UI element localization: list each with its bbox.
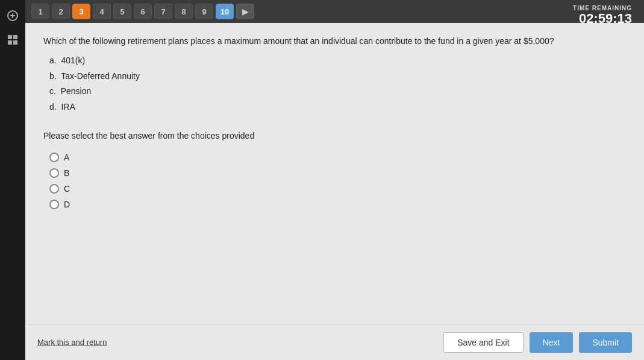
option-c-label: C [64, 184, 70, 194]
nav-btn-5[interactable]: 5 [113, 4, 131, 19]
nav-btn-2[interactable]: 2 [52, 4, 70, 19]
bottom-bar: Mark this and return Save and Exit Next … [25, 324, 644, 360]
option-c[interactable]: C [49, 184, 626, 194]
mark-link[interactable]: Mark this and return [37, 338, 107, 347]
option-b[interactable]: B [49, 168, 626, 178]
option-a-label: A [64, 153, 69, 162]
svg-rect-3 [8, 40, 12, 45]
radio-b[interactable] [49, 168, 59, 178]
nav-btn-1[interactable]: 1 [31, 4, 49, 19]
answer-c: c. Pension [49, 86, 626, 98]
main-content: Which of the following retirement plans … [25, 23, 644, 324]
save-exit-button[interactable]: Save and Exit [443, 332, 523, 353]
nav-play-btn[interactable]: ▶ [236, 4, 254, 19]
answer-list: a. 401(k) b. Tax-Deferred Annuity c. Pen… [43, 55, 626, 113]
nav-btn-9[interactable]: 9 [195, 4, 213, 19]
svg-rect-4 [13, 40, 17, 45]
option-a[interactable]: A [49, 153, 626, 162]
top-navigation: 1 2 3 4 5 6 7 8 9 10 ▶ TIME REMAINING 02… [25, 0, 644, 23]
svg-rect-2 [13, 35, 17, 39]
bottom-buttons: Save and Exit Next Submit [443, 332, 632, 353]
radio-c[interactable] [49, 184, 59, 194]
radio-options: A B C D [43, 153, 626, 209]
radio-d[interactable] [49, 200, 59, 209]
nav-btn-7[interactable]: 7 [154, 4, 172, 19]
svg-rect-1 [8, 35, 12, 39]
answer-d: d. IRA [49, 101, 626, 113]
option-b-label: B [64, 168, 69, 178]
option-d-label: D [64, 200, 70, 209]
sidebar-grid-icon[interactable] [3, 30, 22, 49]
radio-a[interactable] [49, 153, 59, 162]
nav-btn-3[interactable]: 3 [72, 4, 90, 19]
answer-a: a. 401(k) [49, 55, 626, 67]
question-text: Which of the following retirement plans … [43, 35, 626, 48]
answer-b: b. Tax-Deferred Annuity [49, 71, 626, 83]
nav-btn-8[interactable]: 8 [175, 4, 193, 19]
nav-btn-6[interactable]: 6 [134, 4, 152, 19]
sidebar [0, 0, 25, 360]
sidebar-home-icon[interactable] [3, 6, 22, 25]
nav-btn-4[interactable]: 4 [93, 4, 111, 19]
option-d[interactable]: D [49, 200, 626, 209]
next-button[interactable]: Next [530, 332, 574, 353]
instruction-text: Please select the best answer from the c… [43, 131, 626, 141]
submit-button[interactable]: Submit [579, 332, 632, 353]
nav-btn-10[interactable]: 10 [216, 4, 234, 19]
